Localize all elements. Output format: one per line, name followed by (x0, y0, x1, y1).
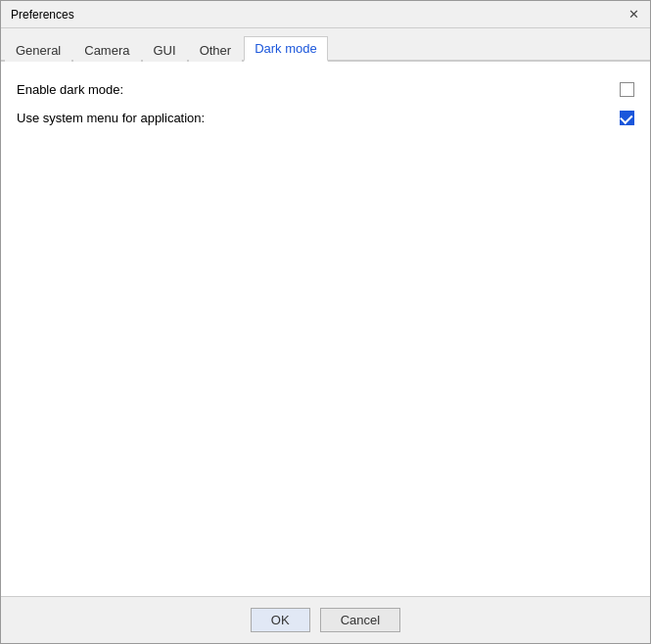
tab-gui[interactable]: GUI (143, 38, 187, 62)
use-system-menu-label: Use system menu for application: (17, 111, 205, 125)
tab-general[interactable]: General (5, 38, 71, 62)
preferences-window: Preferences ✕ General Camera GUI Other D… (0, 0, 651, 644)
footer: OK Cancel (1, 596, 650, 643)
setting-row-use-system-menu: Use system menu for application: (13, 106, 638, 130)
tab-bar: General Camera GUI Other Dark mode (1, 28, 650, 62)
cancel-button[interactable]: Cancel (320, 608, 400, 632)
enable-dark-mode-checkbox[interactable] (620, 82, 634, 97)
tab-dark-mode[interactable]: Dark mode (244, 36, 328, 62)
tab-other[interactable]: Other (189, 38, 243, 62)
close-icon: ✕ (628, 7, 639, 22)
window-title: Preferences (11, 8, 74, 22)
enable-dark-mode-label: Enable dark mode: (17, 82, 123, 97)
content-area: Enable dark mode: Use system menu for ap… (1, 62, 650, 596)
ok-button[interactable]: OK (251, 608, 310, 632)
setting-row-enable-dark-mode: Enable dark mode: (13, 77, 638, 102)
tab-camera[interactable]: Camera (73, 38, 140, 62)
use-system-menu-checkbox[interactable] (620, 111, 634, 125)
close-button[interactable]: ✕ (625, 6, 642, 23)
title-bar: Preferences ✕ (1, 1, 650, 28)
